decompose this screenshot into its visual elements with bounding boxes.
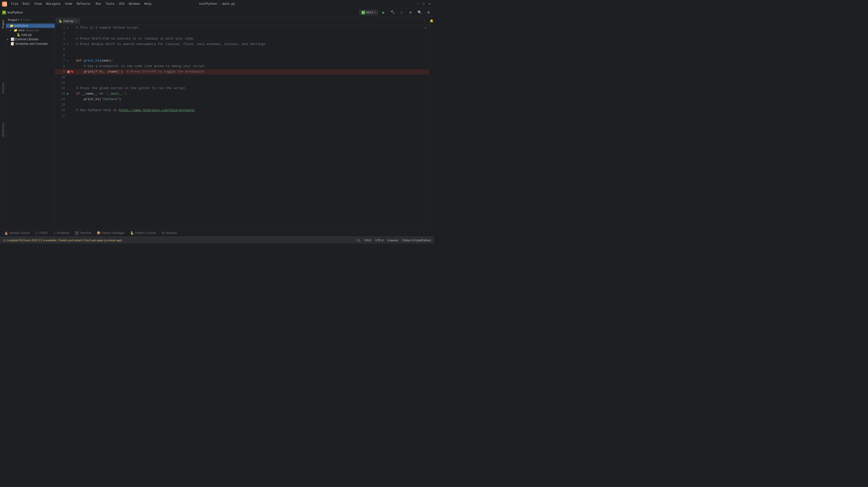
sidebar-item-project[interactable]: Project xyxy=(1,18,5,31)
menu-view[interactable]: View xyxy=(32,2,44,6)
gutter-6 xyxy=(67,53,76,58)
fold-icon-4[interactable]: ⊖ xyxy=(67,43,68,46)
menu-vcs[interactable]: VCS xyxy=(117,2,126,6)
menu-tools[interactable]: Tools xyxy=(103,2,117,6)
gutter-2 xyxy=(67,31,76,36)
project-panel-actions: ⊕ ≡ ⚙ ✕ xyxy=(20,18,31,22)
menu-help[interactable]: Help xyxy=(142,2,154,6)
code-text-9: print(f'Hi, {name}') # Press Ctrl+F8 to … xyxy=(76,69,207,75)
menu-navigate[interactable]: Navigate xyxy=(44,2,62,6)
breakpoint-dot[interactable] xyxy=(67,70,70,73)
stop-button[interactable]: ■ xyxy=(407,9,414,16)
python-interpreter[interactable]: Python 3.8 (testPython) xyxy=(402,239,431,242)
line-number-9: 9 xyxy=(55,69,67,75)
notifications-strip: 🔔 xyxy=(429,17,434,229)
python-console-icon: 🐍 xyxy=(130,231,134,235)
bottom-tab-label-problems: Problems xyxy=(57,231,70,235)
settings-button[interactable]: ⚙ xyxy=(425,9,432,16)
minimize-button[interactable]: − xyxy=(415,1,420,6)
bottom-tab-label-services: Services xyxy=(165,231,177,235)
run-config-dropdown[interactable]: 🐍 main ▼ xyxy=(359,10,378,15)
window-controls: − □ ✕ xyxy=(415,1,432,6)
code-text-8: # Use a breakpoint in the code line belo… xyxy=(76,63,207,69)
bottom-tab-version-control[interactable]: ⛵ Version Control xyxy=(2,230,32,236)
code-line-5: 5 xyxy=(55,47,429,53)
menu-run[interactable]: Run xyxy=(93,2,103,6)
sidebar-item-bookmarks[interactable]: Bookmarks xyxy=(1,121,5,139)
code-line-6: 6 xyxy=(55,53,429,58)
menu-refactor[interactable]: Refactor xyxy=(75,2,93,6)
left-sidebar-strip: Project Structure Bookmarks xyxy=(0,17,6,229)
help-link[interactable]: https://www.jetbrains.com/help/pycharm/ xyxy=(119,108,195,112)
run-gutter-arrow[interactable]: ▶ xyxy=(67,91,69,96)
file-encoding[interactable]: UTF-8 xyxy=(375,239,383,242)
line-number-14: 14 xyxy=(55,96,67,102)
inspection-checkmark: ✓ xyxy=(425,25,427,30)
code-text-3: # Press Shift+F10 to execute it or repla… xyxy=(76,36,195,41)
editor-tab-mainpy[interactable]: 🐍 main.py ✕ xyxy=(56,18,80,24)
tree-label-scratches: Scratches and Consoles xyxy=(15,42,48,46)
project-panel-hide-icon[interactable]: ✕ xyxy=(29,18,31,22)
bottom-tab-problems[interactable]: ⚠ Problems xyxy=(51,230,72,236)
indent-settings[interactable]: 4 spaces xyxy=(387,239,398,242)
fold-icon-7[interactable]: ⊖ xyxy=(67,60,68,62)
tree-label-external-libs: External Libraries xyxy=(15,37,38,41)
notifications-icon[interactable]: 🔔 xyxy=(430,18,434,24)
menu-window[interactable]: Window xyxy=(127,2,142,6)
tab-close-icon[interactable]: ✕ xyxy=(75,20,77,23)
code-line-16: 16 # See PyCharm help at https://www.jet… xyxy=(55,108,429,113)
tree-item-external-libs[interactable]: ▶ 📊 External Libraries xyxy=(6,37,55,41)
sidebar-item-structure[interactable]: Structure xyxy=(1,81,5,96)
tree-item-scratches[interactable]: ▶ 📝 Scratches and Consoles xyxy=(6,41,55,46)
window-title: testPython - main.py xyxy=(199,2,235,6)
app-logo: PC xyxy=(2,1,7,6)
bottom-tab-python-console[interactable]: 🐍 Python Console xyxy=(128,230,159,236)
gutter-9: 🔖 xyxy=(67,69,76,75)
gutter-1: ⊖ xyxy=(67,25,76,31)
menu-file[interactable]: File xyxy=(9,2,20,6)
line-number-17: 17 xyxy=(55,113,67,119)
gutter-13: ▶ xyxy=(67,91,76,96)
project-panel-settings-icon[interactable]: ⚙ xyxy=(26,18,28,22)
bottom-tab-label-python-console: Python Console xyxy=(135,231,156,235)
scratches-icon: 📝 xyxy=(11,42,14,46)
fold-icon-1[interactable]: ⊖ xyxy=(67,27,68,29)
bottom-tab-terminal[interactable]: ⬛ Terminal xyxy=(72,230,93,236)
folder-icon: 📁 xyxy=(10,24,13,28)
code-text-7: def print_hi(name): xyxy=(76,58,113,63)
tree-label-testpython: testPython xyxy=(14,24,29,28)
cursor-position[interactable]: 1:1 xyxy=(356,239,360,242)
tree-item-root[interactable]: ▼ 📁 testPython C:\Users\xzy\Desktop\test… xyxy=(6,24,55,28)
build-button[interactable]: 🔨 xyxy=(389,9,396,16)
code-line-14: 14 print_hi('PyCharm') xyxy=(55,96,429,102)
code-line-10: 10 xyxy=(55,75,429,80)
code-line-17: 17 xyxy=(55,113,429,119)
bottom-tab-python-packages[interactable]: 📦 Python Packages xyxy=(94,230,127,236)
line-separator[interactable]: CRLF xyxy=(364,239,372,242)
bottom-tab-todo[interactable]: ☑ TODO xyxy=(33,230,50,236)
menu-code[interactable]: Code xyxy=(63,2,74,6)
menu-edit[interactable]: Edit xyxy=(21,2,32,6)
line-number-1: 1 xyxy=(55,25,67,31)
close-button[interactable]: ✕ xyxy=(427,1,432,6)
main-layout: Project Structure Bookmarks Project ▼ ⊕ … xyxy=(0,17,434,229)
line-number-3: 3 xyxy=(55,36,67,41)
version-control-icon: ⛵ xyxy=(4,231,8,235)
gutter-14 xyxy=(67,96,76,102)
rerun-button[interactable]: ↺ xyxy=(398,9,405,16)
run-config-label: main xyxy=(366,11,373,14)
tree-item-venv[interactable]: ▶ 📁 venv library root xyxy=(6,28,55,32)
tree-item-mainpy[interactable]: ▶ 🐍 main.py xyxy=(6,32,55,37)
project-panel-locate-icon[interactable]: ⊕ xyxy=(20,18,22,22)
project-panel-collapse-icon[interactable]: ≡ xyxy=(23,18,25,22)
tab-more-button[interactable]: ⋮ xyxy=(421,19,428,23)
search-everywhere-button[interactable]: 🔍 xyxy=(416,9,423,16)
project-panel-dropdown[interactable]: Project ▼ xyxy=(8,18,19,22)
code-text-16: # See PyCharm help at https://www.jetbra… xyxy=(76,108,195,113)
title-bar: PC File Edit View Navigate Code Refactor… xyxy=(0,0,434,8)
run-button[interactable]: ▶ xyxy=(380,9,387,16)
maximize-button[interactable]: □ xyxy=(421,1,426,6)
python-file-icon: 🐍 xyxy=(17,33,21,36)
bottom-tab-services[interactable]: ⚙ Services xyxy=(159,230,180,236)
line-number-16: 16 xyxy=(55,108,67,113)
